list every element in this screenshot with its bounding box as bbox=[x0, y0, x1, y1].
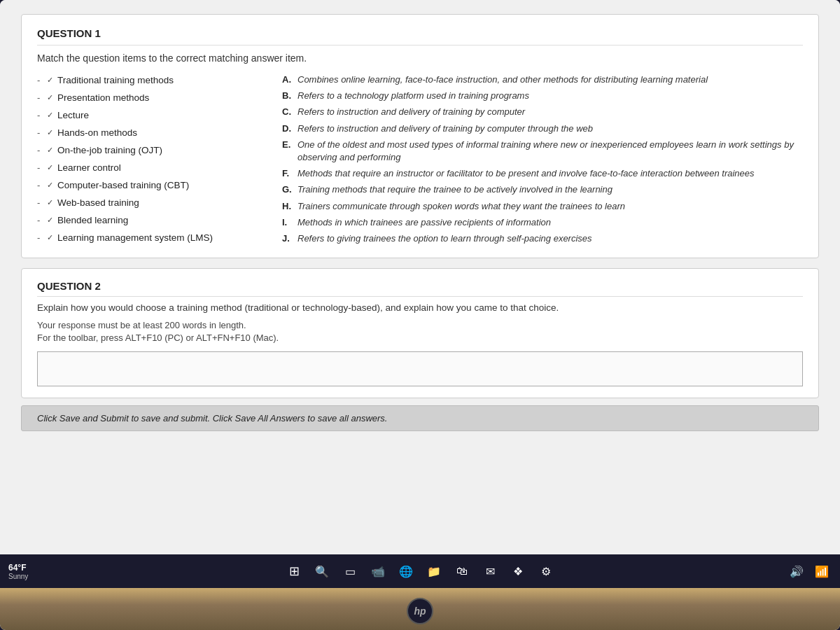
list-item: - ✓ Learner control bbox=[37, 161, 261, 174]
matching-container: - ✓ Traditional training methods - ✓ Pre… bbox=[37, 74, 803, 245]
taskbar: 64°F Sunny ⊞ 🔍 ▭ 📹 🌐 📁 🛍 ✉ ❖ ⚙ 🔊 📶 bbox=[0, 554, 840, 588]
list-item: - ✓ Computer-based training (CBT) bbox=[37, 178, 261, 192]
list-item: - ✓ Learning management system (LMS) bbox=[37, 231, 261, 244]
search-icon[interactable]: 🔍 bbox=[312, 561, 332, 581]
answer-item: H. Trainers communicate through spoken w… bbox=[282, 200, 803, 213]
item-label: Presentation methods bbox=[57, 92, 149, 103]
toolbar-hint: For the toolbar, press ALT+F10 (PC) or A… bbox=[37, 332, 803, 343]
weather-condition: Sunny bbox=[8, 573, 28, 580]
left-column: - ✓ Traditional training methods - ✓ Pre… bbox=[37, 74, 261, 244]
dash: - bbox=[37, 127, 43, 138]
files-icon[interactable]: 📁 bbox=[424, 561, 444, 581]
response-hint: Your response must be at least 200 words… bbox=[37, 320, 803, 330]
save-bar: Click Save and Submit to save and submit… bbox=[21, 405, 819, 431]
answer-letter: H. bbox=[282, 200, 293, 213]
answer-item: J. Refers to giving trainees the option … bbox=[282, 232, 803, 245]
answer-text: Refers to giving trainees the option to … bbox=[298, 232, 592, 245]
answer-text: Methods that require an instructor or fa… bbox=[298, 167, 755, 180]
answer-letter: J. bbox=[282, 232, 293, 245]
list-item: - ✓ Lecture bbox=[37, 108, 261, 122]
weather-info: 64°F Sunny bbox=[8, 563, 28, 580]
laptop-bottom-frame: hp bbox=[0, 588, 840, 630]
item-label: Lecture bbox=[57, 110, 89, 120]
answer-text: Refers to instruction and delivery of tr… bbox=[298, 122, 593, 135]
apps-icon[interactable]: ⚙ bbox=[536, 561, 556, 581]
item-label: Hands-on methods bbox=[57, 127, 137, 138]
store-icon[interactable]: 🛍 bbox=[452, 561, 472, 581]
answer-letter: I. bbox=[282, 216, 293, 229]
speaker-icon[interactable]: 🔊 bbox=[787, 561, 806, 581]
chevron-icon[interactable]: ✓ bbox=[47, 76, 53, 85]
answer-text: Refers to instruction and delivery of tr… bbox=[298, 106, 525, 118]
dash: - bbox=[37, 215, 43, 225]
answer-text: Training methods that require the traine… bbox=[298, 183, 612, 196]
item-label: Traditional training methods bbox=[57, 75, 174, 85]
question1-label: QUESTION 1 bbox=[37, 27, 803, 46]
answer-text: Trainers communicate through spoken word… bbox=[298, 200, 625, 213]
answer-letter: G. bbox=[282, 183, 293, 196]
dash: - bbox=[37, 145, 43, 155]
question2-text: Explain how you would choose a training … bbox=[37, 302, 803, 313]
answer-item: D. Refers to instruction and delivery of… bbox=[282, 122, 803, 135]
hp-logo: hp bbox=[407, 598, 433, 624]
question1-instruction: Match the question items to the correct … bbox=[37, 52, 803, 64]
network-icon[interactable]: 📶 bbox=[812, 561, 832, 581]
question2-label: QUESTION 2 bbox=[37, 280, 803, 297]
edge-icon[interactable]: 🌐 bbox=[396, 561, 416, 581]
answer-item: E. One of the oldest and most used types… bbox=[282, 139, 803, 164]
list-item: - ✓ On-the-job training (OJT) bbox=[37, 144, 261, 157]
chevron-icon[interactable]: ✓ bbox=[47, 128, 53, 137]
taskbar-left: 64°F Sunny bbox=[8, 563, 34, 580]
item-label: Web-based training bbox=[57, 197, 139, 208]
answer-text: Combines online learning, face-to-face i… bbox=[298, 74, 708, 86]
chevron-icon[interactable]: ✓ bbox=[47, 233, 53, 242]
answer-letter: A. bbox=[282, 74, 293, 86]
dropbox-icon[interactable]: ❖ bbox=[508, 561, 528, 581]
taskbar-right: 🔊 📶 bbox=[787, 561, 832, 581]
list-item: - ✓ Blended learning bbox=[37, 214, 261, 227]
answer-text: One of the oldest and most used types of… bbox=[298, 139, 803, 164]
answer-item: A. Combines online learning, face-to-fac… bbox=[282, 74, 803, 86]
text-editor-area[interactable] bbox=[37, 351, 803, 386]
dash: - bbox=[37, 110, 43, 120]
answer-letter: F. bbox=[282, 167, 293, 180]
answer-text: Refers to a technology platform used in … bbox=[298, 90, 529, 102]
answer-text: Methods in which trainees are passive re… bbox=[298, 216, 551, 229]
question1-section: QUESTION 1 Match the question items to t… bbox=[21, 14, 819, 258]
chevron-icon[interactable]: ✓ bbox=[47, 111, 53, 120]
chevron-icon[interactable]: ✓ bbox=[47, 163, 53, 172]
answer-item: I. Methods in which trainees are passive… bbox=[282, 216, 803, 229]
item-label: On-the-job training (OJT) bbox=[57, 145, 162, 155]
answer-item: B. Refers to a technology platform used … bbox=[282, 90, 803, 102]
answer-letter: C. bbox=[282, 106, 293, 118]
chevron-icon[interactable]: ✓ bbox=[47, 93, 53, 102]
chevron-icon[interactable]: ✓ bbox=[47, 198, 53, 207]
answer-item: F. Methods that require an instructor or… bbox=[282, 167, 803, 180]
chevron-icon[interactable]: ✓ bbox=[47, 216, 53, 225]
dash: - bbox=[37, 162, 43, 173]
chevron-icon[interactable]: ✓ bbox=[47, 181, 53, 190]
taskbar-center: ⊞ 🔍 ▭ 📹 🌐 📁 🛍 ✉ ❖ ⚙ bbox=[284, 561, 556, 581]
dash: - bbox=[37, 92, 43, 103]
item-label: Learner control bbox=[57, 162, 121, 173]
weather-temp: 64°F bbox=[8, 563, 26, 573]
list-item: - ✓ Presentation methods bbox=[37, 91, 261, 104]
list-item: - ✓ Web-based training bbox=[37, 196, 261, 209]
chevron-icon[interactable]: ✓ bbox=[47, 146, 53, 155]
right-column: A. Combines online learning, face-to-fac… bbox=[282, 74, 803, 245]
answer-item: G. Training methods that require the tra… bbox=[282, 183, 803, 196]
answer-letter: E. bbox=[282, 139, 293, 151]
item-label: Computer-based training (CBT) bbox=[57, 180, 189, 190]
windows-icon[interactable]: ⊞ bbox=[284, 561, 304, 581]
dash: - bbox=[37, 75, 43, 85]
dash: - bbox=[37, 180, 43, 190]
answer-letter: B. bbox=[282, 90, 293, 102]
item-label: Learning management system (LMS) bbox=[57, 232, 213, 243]
mail-icon[interactable]: ✉ bbox=[480, 561, 500, 581]
list-item: - ✓ Hands-on methods bbox=[37, 126, 261, 139]
item-label: Blended learning bbox=[57, 215, 128, 225]
taskview-icon[interactable]: ▭ bbox=[340, 561, 360, 581]
answer-item: C. Refers to instruction and delivery of… bbox=[282, 106, 803, 118]
answer-letter: D. bbox=[282, 122, 293, 135]
video-icon[interactable]: 📹 bbox=[368, 561, 388, 581]
